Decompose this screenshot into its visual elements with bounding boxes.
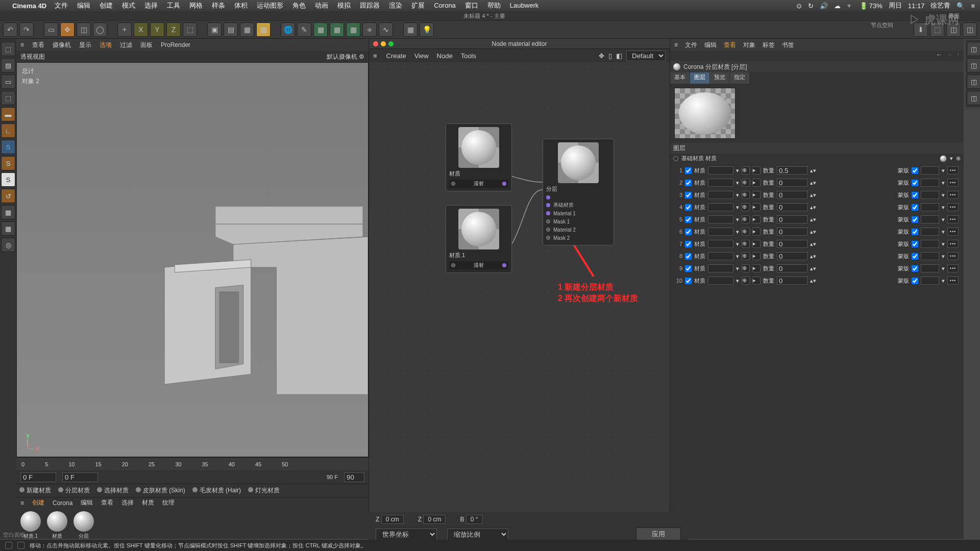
attr-menu-item[interactable]: 标签 xyxy=(763,41,775,49)
mask-enable-checkbox[interactable] xyxy=(912,167,918,174)
mac-menu-item[interactable]: Corona xyxy=(434,2,456,9)
quantity-input[interactable] xyxy=(777,240,807,248)
more-button[interactable]: ••• xyxy=(947,277,959,285)
view-menu-item[interactable]: 过滤 xyxy=(120,41,132,49)
hamburger-icon[interactable]: ≡ xyxy=(20,41,24,48)
dropdown-icon[interactable]: ▾ xyxy=(942,204,945,211)
s2-button[interactable]: S xyxy=(1,156,15,170)
link-icon[interactable]: ▸ xyxy=(752,191,761,199)
mat-menu-item[interactable]: 查看 xyxy=(101,498,113,507)
dropdown-icon[interactable]: ▾ xyxy=(942,278,945,284)
stepper-icon[interactable]: ▴▾ xyxy=(810,265,816,272)
snap-button[interactable]: ◎ xyxy=(1,238,15,252)
texture-mode-button[interactable]: ▨ xyxy=(1,58,15,72)
layer-enable-checkbox[interactable] xyxy=(685,265,692,272)
app-menus[interactable]: 文件编辑创建模式选择工具网格样条体积运动图形角色动画模拟跟踪器渲染扩展Coron… xyxy=(55,1,548,10)
linked-material-icon[interactable] xyxy=(940,155,947,162)
mask-enable-checkbox[interactable] xyxy=(912,265,918,272)
stepper-icon[interactable]: ▴▾ xyxy=(810,192,816,198)
up-icon[interactable]: ↑ xyxy=(957,51,960,61)
node-port[interactable]: Material 1 xyxy=(546,209,610,217)
target-icon[interactable]: ⊕ xyxy=(742,264,750,272)
dropdown-icon[interactable]: ▾ xyxy=(736,229,739,235)
more-button[interactable]: ••• xyxy=(947,191,959,199)
material-type-item[interactable]: 毛发材质 (Hair) xyxy=(192,486,241,495)
layer-enable-checkbox[interactable] xyxy=(685,204,692,211)
dropdown-icon[interactable]: ▾ xyxy=(942,229,945,235)
quantity-input[interactable] xyxy=(777,191,807,199)
mat-menu-item[interactable]: 纹理 xyxy=(162,498,175,507)
dropdown-icon[interactable]: ▾ xyxy=(942,241,945,247)
mac-menu-item[interactable]: 动画 xyxy=(315,2,328,9)
dropdown-icon[interactable]: ▾ xyxy=(736,204,739,211)
mask-enable-checkbox[interactable] xyxy=(912,253,918,260)
attr-tab[interactable]: 基本 xyxy=(670,72,690,84)
attr-tab[interactable]: 预览 xyxy=(710,72,729,84)
close-icon[interactable] xyxy=(373,41,378,46)
edge-mode-button[interactable]: ▬ xyxy=(1,107,15,121)
node-menu-item[interactable]: Node xyxy=(437,52,453,60)
view-menu-item[interactable]: ProRender xyxy=(161,41,190,48)
tex-button[interactable]: ▦ xyxy=(1,221,15,236)
link-icon[interactable]: ▸ xyxy=(752,277,761,285)
mac-menu-item[interactable]: 渲染 xyxy=(389,2,402,9)
minimize-icon[interactable] xyxy=(381,41,386,46)
material-type-item[interactable]: 灯光材质 xyxy=(248,486,280,495)
material-slot[interactable] xyxy=(708,252,733,260)
dropdown-icon[interactable]: ▾ xyxy=(942,253,945,260)
dropdown-icon[interactable]: ▾ xyxy=(736,253,739,260)
material-slot[interactable] xyxy=(708,215,733,223)
z2-value[interactable]: 0 cm xyxy=(423,515,446,524)
mac-menu-item[interactable]: 网格 xyxy=(189,2,203,9)
link-icon[interactable]: ▸ xyxy=(752,166,761,174)
attr-tab[interactable]: 指定 xyxy=(730,72,749,84)
render-button[interactable]: ▣ xyxy=(207,22,222,37)
uv-button[interactable]: ▦ xyxy=(1,205,15,219)
end-frame-input[interactable] xyxy=(344,472,364,482)
material-thumb[interactable]: 材质 xyxy=(46,511,68,536)
stepper-icon[interactable]: ▴▾ xyxy=(810,180,816,186)
stepper-icon[interactable]: ▴▾ xyxy=(810,253,816,260)
mat-menu-item[interactable]: Corona xyxy=(53,499,72,507)
link-icon[interactable]: ▸ xyxy=(752,179,761,187)
target-icon[interactable]: ⊕ xyxy=(742,277,750,285)
mask-slot[interactable] xyxy=(921,228,939,236)
material-node-1[interactable]: 材质 漫射 xyxy=(446,123,512,191)
mask-slot[interactable] xyxy=(921,191,939,199)
render-settings-button[interactable]: ▦ xyxy=(240,22,254,37)
mac-menu-item[interactable]: 角色 xyxy=(292,2,306,9)
target-icon[interactable]: ⊕ xyxy=(742,191,750,199)
timeline[interactable]: 05101520253035404550 xyxy=(16,457,369,470)
dropdown-icon[interactable]: ▾ xyxy=(950,155,953,162)
layer-enable-checkbox[interactable] xyxy=(685,253,692,260)
link-icon[interactable]: ▸ xyxy=(752,252,761,260)
material-slot[interactable] xyxy=(708,228,733,236)
target-icon[interactable]: ⊕ xyxy=(742,228,750,236)
coord-space-select[interactable]: 世界坐标 xyxy=(376,529,437,540)
live-select-button[interactable]: ▭ xyxy=(44,22,58,37)
mask-slot[interactable] xyxy=(921,203,939,211)
workplane-button[interactable]: ▭ xyxy=(1,74,15,89)
viewport-menus[interactable]: ≡ 查看摄像机显示选项过滤面板ProRender xyxy=(16,39,369,51)
apply-button[interactable]: 应用 xyxy=(636,528,681,541)
link-icon[interactable]: ▸ xyxy=(752,240,761,248)
attr-menu-item[interactable]: 文件 xyxy=(685,41,697,49)
spline-button[interactable]: ∿ xyxy=(379,22,393,37)
mask-slot[interactable] xyxy=(921,166,939,174)
stepper-icon[interactable]: ▴▾ xyxy=(810,204,816,211)
sculpt-button[interactable]: ↺ xyxy=(1,189,15,203)
mac-menu-item[interactable]: 模式 xyxy=(122,2,135,9)
attr-menu-item[interactable]: 编辑 xyxy=(704,41,717,49)
start-frame-input[interactable] xyxy=(20,472,56,482)
s3-button[interactable]: S xyxy=(1,172,15,187)
quantity-input[interactable] xyxy=(777,215,807,223)
mac-menu-item[interactable]: 文件 xyxy=(55,2,68,9)
layer-enable-checkbox[interactable] xyxy=(685,167,692,174)
quantity-input[interactable] xyxy=(777,264,807,272)
deformer3-button[interactable]: ▦ xyxy=(346,22,360,37)
target-icon[interactable]: ⊕ xyxy=(956,155,961,162)
mask-slot[interactable] xyxy=(921,277,939,285)
hamburger-icon[interactable]: ≡ xyxy=(373,52,377,60)
s1-button[interactable]: S xyxy=(1,140,15,154)
layer-enable-checkbox[interactable] xyxy=(685,241,692,247)
